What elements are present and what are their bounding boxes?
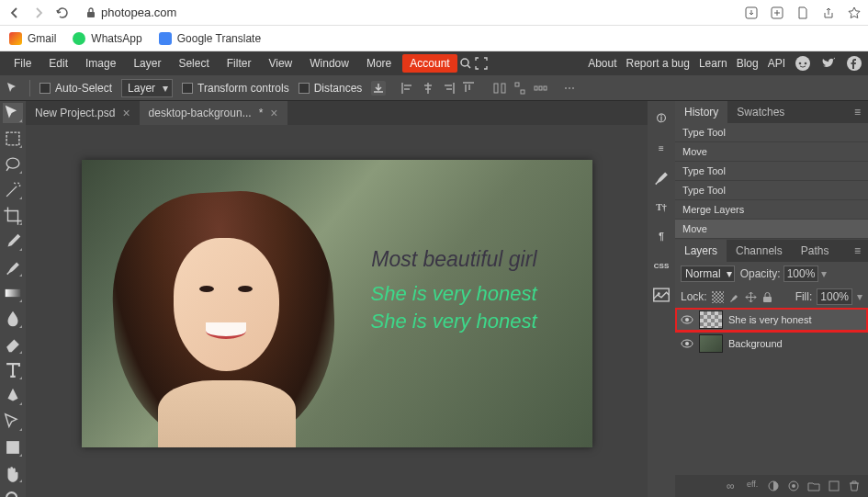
close-icon[interactable]: × [122, 106, 130, 120]
brushes-panel-icon[interactable] [651, 167, 671, 187]
canvas-area[interactable]: Most beautiful girl She is very honest S… [26, 125, 648, 497]
url-text[interactable]: photopea.com [101, 6, 176, 19]
layer-thumbnail[interactable] [699, 334, 723, 353]
css-panel-icon[interactable]: CSS [651, 255, 671, 276]
align-right-icon[interactable] [441, 81, 456, 96]
menu-layer[interactable]: Layer [125, 53, 169, 73]
fullscreen-icon[interactable] [474, 56, 489, 71]
lock-brush-icon[interactable] [728, 291, 740, 303]
bookmark-translate[interactable]: Google Translate [159, 32, 261, 45]
menu-api[interactable]: API [768, 57, 785, 70]
adjustment-layer-icon[interactable] [787, 480, 800, 492]
canvas-text-3[interactable]: She is very honest [371, 310, 537, 333]
link-layers-icon[interactable]: ∞ [727, 480, 739, 492]
panel-menu-icon[interactable]: ≡ [847, 106, 868, 119]
lasso-tool[interactable] [3, 154, 23, 175]
layer-mask-icon[interactable] [767, 480, 780, 492]
history-item[interactable]: Type Tool [675, 162, 868, 181]
type-tool[interactable] [3, 360, 23, 380]
eraser-tool[interactable] [3, 334, 23, 355]
menu-report[interactable]: Report a bug [626, 57, 690, 70]
layer-thumbnail[interactable] [699, 311, 723, 329]
layer-row[interactable]: Background [675, 332, 868, 356]
forward-button[interactable] [31, 6, 46, 20]
close-icon[interactable]: × [270, 106, 277, 120]
download-icon[interactable] [371, 81, 386, 96]
layer-dropdown[interactable]: Layer [121, 79, 173, 97]
shape-tool[interactable] [3, 437, 23, 457]
tab-channels[interactable]: Channels [727, 240, 792, 262]
distances-checkbox[interactable]: Distances [299, 82, 363, 95]
distribute-h-icon[interactable] [533, 81, 547, 96]
character-panel-icon[interactable]: T† [651, 197, 671, 217]
layer-effects-icon[interactable]: eff. [747, 480, 760, 492]
fill-value[interactable]: 100% [817, 288, 852, 305]
history-item[interactable]: Merge Layers [675, 200, 868, 220]
reload-button[interactable] [55, 6, 70, 20]
menu-edit[interactable]: Edit [40, 53, 76, 73]
lock-all-icon[interactable] [761, 291, 773, 303]
history-item[interactable]: Move [675, 220, 868, 239]
blend-mode-select[interactable]: Normal [681, 265, 735, 282]
install-icon[interactable] [745, 6, 758, 19]
scrub-icon[interactable]: ▾ [821, 267, 827, 280]
pen-tool[interactable] [3, 386, 23, 406]
menu-select[interactable]: Select [170, 53, 217, 73]
transform-checkbox[interactable]: Transform controls [182, 82, 289, 95]
menu-blog[interactable]: Blog [737, 57, 759, 70]
brush-tool[interactable] [3, 257, 23, 277]
align-hcenter-icon[interactable] [421, 81, 435, 96]
page-icon[interactable] [796, 6, 809, 19]
distribute-v-icon[interactable] [513, 81, 527, 96]
bookmark-gmail[interactable]: Gmail [9, 32, 56, 45]
hand-tool[interactable] [3, 463, 23, 483]
canvas-text-1[interactable]: Most beautiful girl [371, 247, 536, 272]
facebook-icon[interactable] [846, 55, 862, 72]
zoom-tool[interactable] [3, 489, 23, 497]
new-layer-icon[interactable] [828, 480, 840, 492]
align-top-icon[interactable] [461, 81, 476, 96]
wand-tool[interactable] [3, 180, 23, 200]
info-panel-icon[interactable]: ⓘ [651, 108, 671, 129]
visibility-icon[interactable] [681, 337, 693, 350]
account-button[interactable]: Account [402, 54, 457, 73]
search-icon[interactable] [458, 56, 473, 71]
twitter-icon[interactable] [820, 55, 837, 72]
blur-tool[interactable] [3, 309, 23, 329]
thumbnail-panel-icon[interactable] [651, 285, 671, 305]
back-button[interactable] [7, 6, 22, 20]
new-folder-icon[interactable] [807, 480, 820, 492]
share-icon[interactable] [822, 6, 835, 19]
history-item[interactable]: Type Tool [675, 123, 868, 142]
tab-swatches[interactable]: Swatches [727, 101, 794, 123]
menu-view[interactable]: View [260, 53, 300, 73]
new-tab-icon[interactable] [771, 6, 783, 19]
panel-menu-icon[interactable]: ≡ [847, 244, 868, 257]
tab-paths[interactable]: Paths [792, 240, 839, 262]
move-tool[interactable] [3, 103, 23, 123]
menu-filter[interactable]: Filter [219, 53, 260, 73]
menu-image[interactable]: Image [77, 53, 124, 73]
menu-learn[interactable]: Learn [699, 57, 727, 70]
histogram-panel-icon[interactable]: ≡ [651, 138, 671, 158]
layer-name[interactable]: She is very honest [728, 314, 812, 325]
document-tab[interactable]: desktop-backgroun...*× [140, 101, 287, 125]
marquee-tool[interactable] [3, 129, 23, 149]
bookmark-whatsapp[interactable]: WhatsApp [73, 32, 141, 45]
history-item[interactable]: Type Tool [675, 181, 868, 200]
scrub-icon[interactable]: ▾ [857, 290, 862, 303]
paragraph-panel-icon[interactable]: ¶ [651, 226, 671, 246]
canvas[interactable]: Most beautiful girl She is very honest S… [82, 160, 592, 447]
canvas-text-2[interactable]: She is very honest [371, 282, 537, 306]
more-options-icon[interactable]: ⋯ [562, 81, 577, 96]
history-item[interactable]: Move [675, 142, 868, 162]
tab-layers[interactable]: Layers [675, 240, 727, 262]
opacity-value[interactable]: 100% [783, 265, 819, 282]
lock-move-icon[interactable] [745, 291, 757, 303]
path-tool[interactable] [3, 412, 23, 432]
menu-more[interactable]: More [358, 53, 400, 73]
lock-transparency-icon[interactable] [712, 291, 724, 303]
star-icon[interactable] [848, 6, 861, 19]
menu-file[interactable]: File [6, 53, 39, 73]
menu-window[interactable]: Window [301, 53, 357, 73]
